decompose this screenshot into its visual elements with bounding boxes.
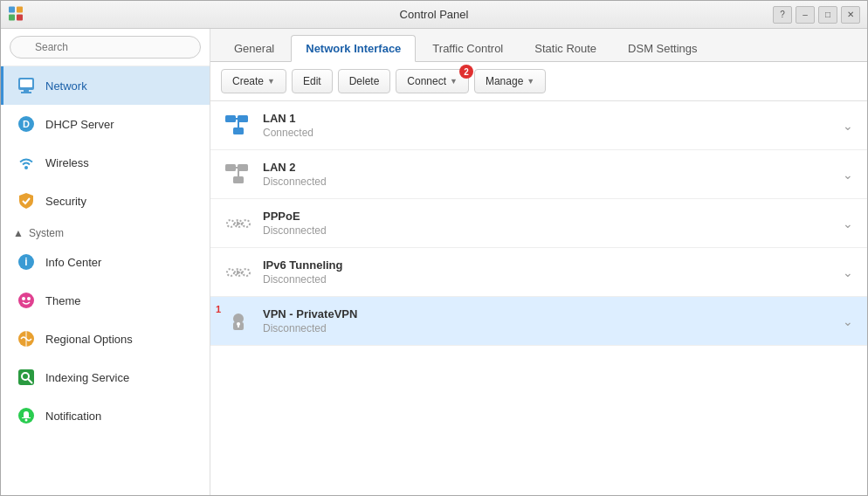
dhcp-icon: D <box>16 114 37 134</box>
sidebar-item-wireless-label: Wireless <box>45 156 89 169</box>
network-item-pppoe[interactable]: PPPoE Disconnected ⌄ <box>210 199 867 248</box>
wireless-icon <box>16 152 37 173</box>
sidebar-item-wireless[interactable]: Wireless <box>1 143 210 182</box>
delete-button[interactable]: Delete <box>338 69 391 93</box>
edit-button[interactable]: Edit <box>292 69 333 93</box>
sidebar-item-indexing[interactable]: Indexing Service <box>1 358 210 396</box>
sidebar-search-area: 🔍 <box>1 29 210 66</box>
sidebar-item-regional-label: Regional Options <box>45 333 133 346</box>
toolbar: Create ▼ Edit Delete Connect ▼ 2 Manage … <box>210 62 867 101</box>
sidebar-item-regional[interactable]: Regional Options <box>1 320 210 358</box>
pppoe-status: Disconnected <box>263 224 843 237</box>
tab-network-interface[interactable]: Network Interface <box>291 35 416 62</box>
security-icon <box>16 190 37 211</box>
sidebar-item-dhcp-label: DHCP Server <box>45 118 114 131</box>
sidebar-item-info-label: Info Center <box>45 256 101 269</box>
svg-text:i: i <box>24 256 27 268</box>
ipv6-expand-icon[interactable]: ⌄ <box>843 265 853 279</box>
svg-rect-1 <box>17 6 23 12</box>
network-item-lan2[interactable]: LAN 2 Disconnected ⌄ <box>210 150 867 199</box>
window-title: Control Panel <box>400 8 469 21</box>
lan2-icon <box>224 161 252 189</box>
create-arrow-icon: ▼ <box>267 77 275 86</box>
search-wrapper: 🔍 <box>10 36 201 59</box>
sidebar-item-notification[interactable]: Notification <box>1 396 210 435</box>
ipv6-icon <box>224 258 252 286</box>
svg-point-42 <box>243 269 250 276</box>
tab-dsm-settings[interactable]: DSM Settings <box>613 35 712 62</box>
search-input[interactable] <box>10 36 201 59</box>
sidebar-item-security[interactable]: Security <box>1 182 210 220</box>
pppoe-expand-icon[interactable]: ⌄ <box>843 217 853 231</box>
lan1-name: LAN 1 <box>263 112 843 125</box>
svg-rect-2 <box>9 14 15 20</box>
vpn-info: VPN - PrivateVPN Disconnected <box>263 307 843 334</box>
system-section-label: System <box>29 227 64 239</box>
pppoe-icon <box>224 210 252 238</box>
sidebar-item-network-label: Network <box>45 79 87 93</box>
sidebar-item-dhcp[interactable]: D DHCP Server <box>1 105 210 143</box>
vpn-name: VPN - PrivateVPN <box>263 307 843 320</box>
ipv6-name: IPv6 Tunneling <box>263 258 843 272</box>
network-item-ipv6[interactable]: IPv6 Tunneling Disconnected ⌄ <box>210 248 867 297</box>
svg-point-13 <box>18 293 34 308</box>
restore-button[interactable]: □ <box>818 6 837 24</box>
create-button[interactable]: Create ▼ <box>221 69 286 93</box>
lan1-expand-icon[interactable]: ⌄ <box>843 119 853 133</box>
tab-static-route[interactable]: Static Route <box>520 35 611 62</box>
close-button[interactable]: ✕ <box>841 6 860 24</box>
network-icon <box>16 75 37 96</box>
sidebar-item-notification-label: Notification <box>45 410 101 423</box>
minimize-button[interactable]: – <box>796 6 815 24</box>
theme-icon <box>16 290 37 311</box>
vpn-expand-icon[interactable]: ⌄ <box>843 314 853 328</box>
content-area: General Network Interface Traffic Contro… <box>210 29 867 495</box>
indexing-icon <box>16 367 37 388</box>
network-item-vpn[interactable]: 1 VPN - PrivateVPN Disconnected ⌄ <box>210 297 867 346</box>
lan2-expand-icon[interactable]: ⌄ <box>843 168 853 182</box>
tab-traffic-control[interactable]: Traffic Control <box>417 35 518 62</box>
svg-point-22 <box>25 419 28 422</box>
system-section-header[interactable]: ▲ System <box>1 220 210 243</box>
pppoe-info: PPPoE Disconnected <box>263 210 843 237</box>
window-controls: ? – □ ✕ <box>773 6 860 24</box>
svg-point-10 <box>24 166 28 169</box>
svg-point-33 <box>227 220 234 227</box>
control-panel-window: Control Panel ? – □ ✕ 🔍 <box>0 0 868 496</box>
tab-general[interactable]: General <box>219 35 289 62</box>
sidebar-item-security-label: Security <box>45 195 86 208</box>
lan2-info: LAN 2 Disconnected <box>263 161 843 188</box>
svg-rect-6 <box>21 92 31 93</box>
lan1-icon <box>224 112 252 140</box>
info-center-icon: i <box>16 251 37 272</box>
help-button[interactable]: ? <box>773 6 792 24</box>
connect-badge: 2 <box>459 65 473 79</box>
notification-icon <box>16 405 37 426</box>
lan1-info: LAN 1 Connected <box>263 112 843 139</box>
vpn-icon <box>224 307 252 335</box>
vpn-status: Disconnected <box>263 322 843 334</box>
manage-button[interactable]: Manage ▼ <box>474 69 546 93</box>
svg-text:D: D <box>23 119 30 129</box>
sidebar-item-theme[interactable]: Theme <box>1 281 210 320</box>
svg-point-14 <box>22 297 25 300</box>
svg-rect-32 <box>233 176 244 183</box>
titlebar: Control Panel ? – □ ✕ <box>1 1 867 29</box>
pppoe-name: PPPoE <box>263 210 843 223</box>
sidebar-item-network[interactable]: Network <box>1 66 210 105</box>
sidebar-item-theme-label: Theme <box>45 294 80 307</box>
svg-rect-5 <box>24 90 29 92</box>
lan2-name: LAN 2 <box>263 161 843 174</box>
ipv6-info: IPv6 Tunneling Disconnected <box>263 258 843 286</box>
vpn-number: 1 <box>216 304 221 314</box>
manage-arrow-icon: ▼ <box>527 77 534 86</box>
sidebar: 🔍 Network <box>1 29 210 495</box>
svg-rect-3 <box>17 14 23 20</box>
connect-button[interactable]: Connect ▼ 2 <box>396 69 469 93</box>
main-layout: 🔍 Network <box>1 29 867 495</box>
svg-rect-27 <box>233 127 244 134</box>
network-item-lan1[interactable]: LAN 1 Connected ⌄ <box>210 101 867 150</box>
svg-rect-47 <box>238 325 239 327</box>
sidebar-item-info-center[interactable]: i Info Center <box>1 243 210 281</box>
lan1-status: Connected <box>263 127 843 139</box>
